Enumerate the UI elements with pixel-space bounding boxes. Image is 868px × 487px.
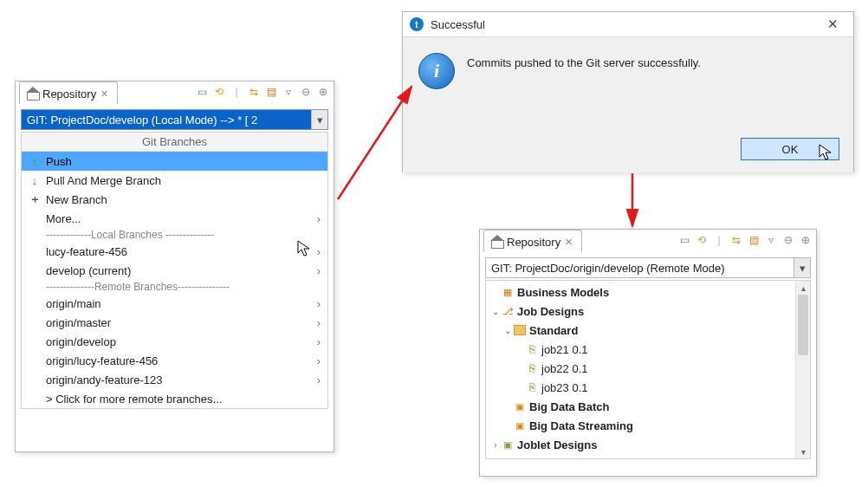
tab-close-icon[interactable]: ✕: [100, 88, 108, 100]
tree-node-bigdata-batch[interactable]: ▣ Big Data Batch: [489, 397, 810, 416]
chevron-right-icon: ›: [317, 316, 321, 329]
menu-label: Push: [42, 155, 321, 168]
expand-toggle-icon[interactable]: ⌄: [502, 326, 514, 335]
expand-toggle-icon[interactable]: ⌄: [489, 307, 502, 316]
menu-label: Pull And Merge Branch: [42, 174, 321, 187]
menu-label: develop (current): [42, 264, 317, 277]
chevron-right-icon: ›: [317, 245, 321, 258]
refresh-icon[interactable]: ⟲: [212, 85, 226, 99]
branch-remote[interactable]: origin/master ›: [22, 313, 327, 332]
toolbar-separator: |: [230, 85, 243, 99]
tree-label: Joblet Designs: [517, 438, 597, 451]
vertical-scrollbar[interactable]: ▴ ▾: [795, 281, 810, 458]
folder-icon: [514, 325, 526, 335]
toolbar-separator: |: [712, 233, 726, 247]
combo-value: GIT: ProjectDoc/origin/develop (Remote M…: [486, 262, 794, 275]
tree-node-bigdata-streaming[interactable]: ▣ Big Data Streaming: [489, 416, 810, 435]
tree-node-job[interactable]: ⎘ job21 0.1: [489, 340, 810, 359]
tree-node-job[interactable]: ⎘ job23 0.1: [489, 378, 810, 397]
scrollbar-track[interactable]: [796, 295, 810, 445]
tab-repository[interactable]: Repository ✕: [483, 230, 582, 252]
collapse-all-icon[interactable]: ▭: [195, 85, 209, 99]
job-design-icon: ⎇: [502, 305, 514, 317]
menu-item-new-branch[interactable]: ＋ New Branch: [22, 190, 327, 209]
branch-local[interactable]: develop (current) ›: [22, 261, 327, 280]
tab-close-icon[interactable]: ✕: [565, 237, 573, 248]
expand-toggle-icon[interactable]: ›: [489, 440, 502, 450]
chevron-right-icon: ›: [317, 354, 321, 367]
filter-icon[interactable]: ▤: [264, 85, 278, 99]
close-icon[interactable]: ✕: [819, 16, 846, 32]
scroll-down-icon[interactable]: ▾: [796, 445, 810, 458]
repository-panel-right: Repository ✕ ▭ ⟲ | ⇆ ▤ ▿ ⊖ ⊕ GIT: Projec…: [479, 229, 817, 477]
push-icon: ↑: [27, 155, 42, 168]
more-remote-branches[interactable]: > Click for more remote branches...: [22, 389, 327, 408]
dialog-body: i Commits pushed to the Git server succe…: [403, 37, 853, 172]
refresh-icon[interactable]: ⟲: [695, 233, 709, 247]
model-icon: ▦: [502, 286, 514, 298]
combo-value: GIT: ProjectDoc/develop (Local Mode) -->…: [22, 114, 311, 127]
chevron-down-icon[interactable]: ▾: [794, 258, 810, 277]
branch-remote[interactable]: origin/develop ›: [22, 332, 327, 351]
tree-node-business-models[interactable]: ▦ Business Models: [489, 282, 810, 302]
tree-node-job-designs[interactable]: ⌄ ⎇ Job Designs: [489, 302, 810, 321]
app-icon: t: [410, 17, 424, 31]
menu-item-pull[interactable]: ↓ Pull And Merge Branch: [22, 171, 327, 190]
tab-repository[interactable]: Repository ✕: [19, 81, 118, 104]
filter-icon[interactable]: ▤: [747, 233, 761, 247]
joblet-icon: ▣: [502, 438, 514, 451]
tree-label: Standard: [529, 324, 578, 337]
button-label: OK: [782, 143, 799, 156]
maximize-icon[interactable]: ⊕: [316, 85, 330, 99]
minimize-icon[interactable]: ⊖: [299, 85, 313, 99]
menu-label: New Branch: [42, 193, 321, 206]
sync-icon[interactable]: ⇆: [729, 233, 743, 247]
git-branches-menu: Git Branches ↑ Push ↓ Pull And Merge Bra…: [21, 132, 328, 409]
view-menu-icon[interactable]: ▿: [282, 85, 295, 99]
maximize-icon[interactable]: ⊕: [799, 233, 813, 247]
tree-label: job22 0.1: [541, 362, 588, 375]
tab-label: Repository: [42, 88, 96, 101]
collapse-all-icon[interactable]: ▭: [677, 233, 691, 247]
ok-button[interactable]: OK: [741, 138, 839, 160]
arrow-annotation: [615, 169, 650, 238]
dialog-title: Successful: [431, 18, 819, 31]
tree-node-job[interactable]: ⎘ job22 0.1: [489, 359, 810, 378]
dialog-successful: t Successful ✕ i Commits pushed to the G…: [402, 11, 854, 172]
panel-toolbar: ▭ ⟲ | ⇆ ▤ ▿ ⊖ ⊕: [195, 85, 330, 99]
tree-node-standard[interactable]: ⌄ Standard: [489, 321, 810, 340]
scrollbar-thumb[interactable]: [798, 295, 808, 355]
menu-item-push[interactable]: ↑ Push: [22, 152, 327, 171]
chevron-right-icon: ›: [317, 264, 321, 277]
menu-item-more[interactable]: More... ›: [22, 209, 327, 228]
chevron-right-icon: ›: [317, 297, 321, 310]
info-icon: i: [418, 53, 455, 89]
branch-remote[interactable]: origin/lucy-feature-456 ›: [22, 351, 327, 370]
branch-local[interactable]: lucy-feature-456 ›: [22, 242, 327, 261]
menu-label: lucy-feature-456: [42, 245, 317, 258]
chevron-right-icon: ›: [317, 373, 321, 386]
tree-label: Business Models: [517, 286, 609, 299]
git-branch-selector[interactable]: GIT: ProjectDoc/develop (Local Mode) -->…: [21, 109, 328, 130]
menu-header: Git Branches: [22, 133, 327, 152]
scroll-up-icon[interactable]: ▴: [796, 281, 810, 295]
tree-node-joblet-designs[interactable]: › ▣ Joblet Designs: [489, 435, 810, 454]
local-branches-separator: -------------Local Branches ------------…: [22, 228, 327, 242]
minimize-icon[interactable]: ⊖: [781, 233, 795, 247]
chevron-down-icon[interactable]: ▾: [311, 110, 327, 129]
menu-label: origin/andy-feature-123: [42, 373, 317, 386]
branch-remote[interactable]: origin/main ›: [22, 294, 327, 313]
view-menu-icon[interactable]: ▿: [764, 233, 778, 247]
dialog-title-bar: t Successful ✕: [403, 12, 853, 37]
pull-icon: ↓: [27, 174, 42, 187]
menu-label: origin/main: [42, 297, 317, 310]
branch-remote[interactable]: origin/andy-feature-123 ›: [22, 370, 327, 389]
plus-icon: ＋: [27, 192, 42, 207]
folder-icon: ▣: [514, 400, 526, 412]
menu-label: > Click for more remote branches...: [42, 393, 321, 406]
sync-icon[interactable]: ⇆: [247, 85, 261, 99]
repository-tree: ▦ Business Models ⌄ ⎇ Job Designs ⌄ Stan…: [485, 280, 811, 459]
tree-label: Job Designs: [517, 305, 584, 318]
home-icon: [491, 237, 502, 247]
git-branch-selector[interactable]: GIT: ProjectDoc/origin/develop (Remote M…: [485, 257, 811, 278]
